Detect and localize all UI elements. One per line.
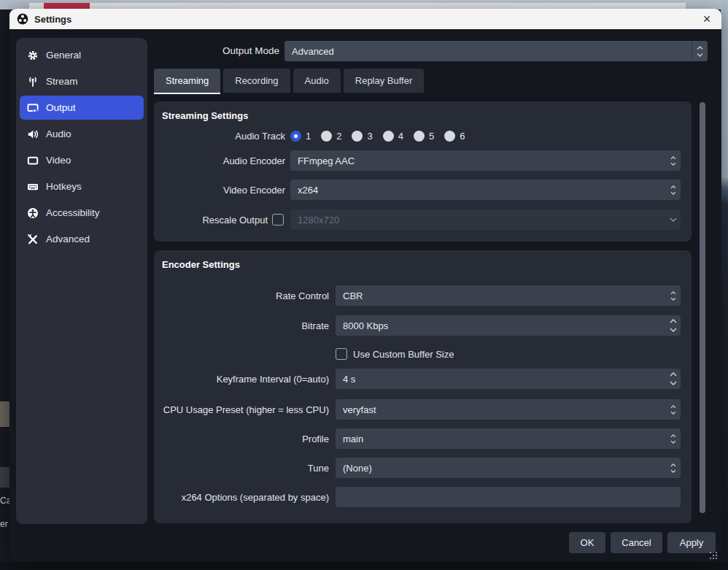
radio-track-1[interactable]: 1	[290, 131, 311, 142]
sidebar-item-label: Video	[46, 155, 71, 166]
sidebar-item-stream[interactable]: Stream	[20, 69, 144, 93]
cpu-usage-preset-value: veryfast	[343, 404, 376, 415]
spinner-arrows-icon[interactable]	[665, 399, 681, 420]
x264-options-row: x264 Options (separated by space)	[154, 487, 681, 507]
rescale-output-row: Rescale Output 1280x720	[154, 209, 681, 230]
tab-streaming[interactable]: Streaming	[154, 69, 220, 93]
spinner-arrows-icon[interactable]	[665, 150, 681, 171]
audio-track-radios: 1 2 3 4 5 6	[290, 131, 465, 142]
radio-dot-icon	[290, 131, 301, 142]
sidebar-item-label: Output	[46, 102, 76, 113]
sidebar-item-label: Hotkeys	[46, 181, 82, 192]
sidebar-item-label: Stream	[46, 76, 78, 87]
tab-replay-buffer[interactable]: Replay Buffer	[344, 69, 425, 93]
profile-label: Profile	[154, 434, 329, 444]
video-encoder-value: x264	[298, 185, 318, 196]
rate-control-row: Rate Control CBR	[154, 285, 681, 306]
spinbox-arrows-icon[interactable]	[665, 369, 681, 389]
bitrate-spinbox[interactable]: 8000 Kbps	[336, 315, 681, 336]
spinner-arrows-icon[interactable]	[665, 285, 681, 306]
speaker-icon	[27, 128, 39, 140]
sidebar-item-general[interactable]: General	[20, 43, 144, 67]
desktop-bottom-strip	[0, 562, 728, 570]
keyframe-interval-spinbox[interactable]: 4 s	[336, 369, 681, 389]
cpu-usage-preset-row: CPU Usage Preset (higher = less CPU) ver…	[154, 399, 681, 420]
vertical-scrollbar[interactable]	[700, 102, 705, 513]
spinner-arrows-icon[interactable]	[665, 428, 681, 449]
apply-button[interactable]: Apply	[667, 532, 716, 553]
sidebar-item-hotkeys[interactable]: Hotkeys	[20, 174, 144, 199]
output-tabs: Streaming Recording Audio Replay Buffer	[154, 69, 424, 93]
tab-recording[interactable]: Recording	[223, 69, 290, 93]
ok-button[interactable]: OK	[569, 532, 605, 553]
background-fragment	[0, 401, 10, 427]
radio-track-4[interactable]: 4	[383, 131, 403, 142]
use-custom-buffer-checkbox[interactable]	[336, 348, 347, 360]
audio-encoder-value: FFmpeg AAC	[298, 155, 355, 166]
background-text-fragment: er	[0, 519, 8, 529]
rate-control-select[interactable]: CBR	[336, 285, 681, 306]
sidebar-item-video[interactable]: Video	[20, 148, 144, 172]
accessibility-icon	[27, 207, 39, 219]
sidebar-item-accessibility[interactable]: Accessibility	[20, 201, 144, 225]
spinner-arrows-icon[interactable]	[692, 41, 708, 61]
spinner-arrows-icon[interactable]	[665, 180, 681, 200]
keyframe-interval-label: Keyframe Interval (0=auto)	[154, 374, 329, 385]
rescale-output-checkbox[interactable]	[272, 214, 284, 226]
radio-track-6[interactable]: 6	[444, 131, 465, 142]
keyframe-interval-value: 4 s	[343, 374, 355, 385]
radio-dot-icon	[321, 131, 332, 142]
radio-dot-icon	[444, 131, 455, 142]
group-title: Streaming Settings	[162, 110, 248, 121]
audio-encoder-row: Audio Encoder FFmpeg AAC	[154, 150, 681, 171]
sidebar-item-label: General	[46, 50, 81, 61]
encoder-settings-group: Encoder Settings Rate Control CBR Bitrat…	[154, 250, 692, 523]
bitrate-value: 8000 Kbps	[343, 320, 388, 331]
spinner-arrows-icon[interactable]	[665, 458, 681, 478]
spinbox-arrows-icon[interactable]	[665, 315, 681, 336]
keyframe-interval-row: Keyframe Interval (0=auto) 4 s	[154, 369, 681, 389]
profile-select[interactable]: main	[336, 428, 681, 449]
sidebar-item-advanced[interactable]: Advanced	[20, 227, 144, 251]
desktop-right-strip	[721, 0, 728, 570]
tune-row: Tune (None)	[154, 458, 681, 478]
video-encoder-select[interactable]: x264	[290, 180, 681, 200]
radio-label: 1	[306, 131, 311, 142]
gear-icon	[27, 50, 39, 61]
stream-antenna-icon	[27, 76, 39, 88]
cpu-usage-preset-select[interactable]: veryfast	[336, 399, 681, 420]
output-mode-select[interactable]: Advanced	[284, 41, 708, 61]
close-button[interactable]: ×	[698, 10, 716, 28]
radio-track-5[interactable]: 5	[414, 131, 434, 142]
rescale-resolution-value: 1280x720	[298, 215, 339, 226]
sidebar-item-label: Audio	[46, 128, 71, 139]
radio-track-2[interactable]: 2	[321, 131, 341, 142]
tune-select[interactable]: (None)	[336, 458, 681, 478]
sidebar-item-audio[interactable]: Audio	[20, 122, 144, 146]
tools-icon	[27, 234, 39, 245]
tab-audio[interactable]: Audio	[293, 69, 341, 93]
bitrate-label: Bitrate	[154, 320, 329, 331]
resize-grip[interactable]	[710, 552, 717, 559]
rescale-resolution-select[interactable]: 1280x720	[290, 209, 681, 230]
radio-dot-icon	[352, 131, 363, 142]
background-text-fragment: Ca	[0, 496, 10, 506]
chevron-down-icon	[665, 209, 681, 230]
titlebar[interactable]: Settings ×	[9, 9, 721, 29]
rescale-output-label: Rescale Output	[154, 215, 268, 226]
radio-dot-icon	[383, 131, 394, 142]
bitrate-row: Bitrate 8000 Kbps	[154, 315, 681, 336]
cancel-button[interactable]: Cancel	[611, 532, 662, 553]
radio-dot-icon	[414, 131, 425, 142]
audio-encoder-select[interactable]: FFmpeg AAC	[290, 150, 681, 171]
audio-track-label: Audio Track	[154, 131, 285, 142]
tune-label: Tune	[154, 463, 329, 474]
sidebar-item-label: Accessibility	[46, 207, 100, 218]
audio-track-row: Audio Track 1 2 3 4 5 6	[154, 128, 681, 144]
settings-dialog: Settings × General Stream Output Audio V…	[9, 9, 721, 562]
sidebar-item-output[interactable]: Output	[20, 96, 144, 120]
streaming-settings-group: Streaming Settings Audio Track 1 2 3 4 5…	[154, 101, 692, 242]
radio-label: 5	[429, 131, 434, 142]
radio-track-3[interactable]: 3	[352, 131, 372, 142]
x264-options-input[interactable]	[336, 487, 681, 507]
